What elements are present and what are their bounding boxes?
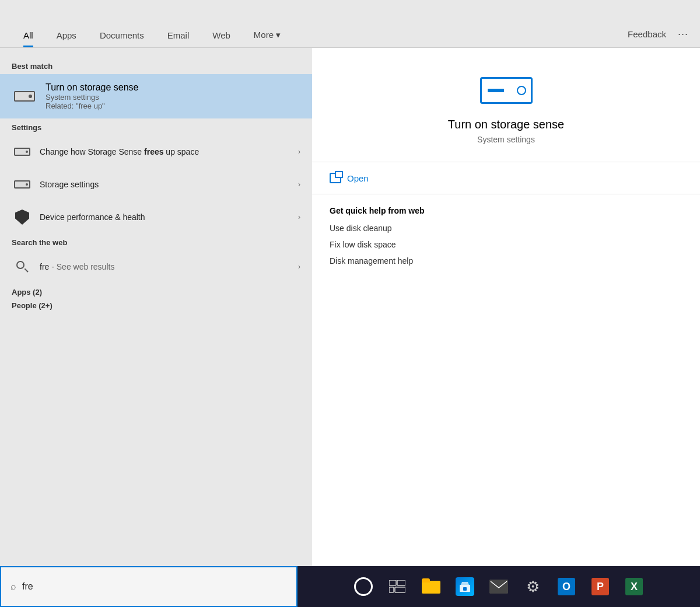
taskbar-file-explorer[interactable]	[417, 573, 445, 601]
storage-icon-large	[480, 77, 533, 104]
nav-right: Feedback ···	[628, 28, 688, 47]
chevron-right-icon-4: ›	[298, 263, 300, 271]
see-web-results: - See web results	[49, 262, 114, 271]
taskbar-task-view[interactable]	[383, 573, 411, 601]
settings-item-text-change: Change how Storage Sense frees up space	[40, 147, 293, 156]
best-match-subtitle: System settings	[46, 93, 139, 102]
taskbar-store[interactable]	[451, 573, 479, 601]
svg-rect-3	[395, 587, 405, 592]
open-label: Open	[347, 173, 369, 183]
outlook-icon: O	[558, 578, 575, 595]
help-title: Get quick help from web	[330, 206, 682, 215]
folder-icon	[422, 578, 440, 595]
feedback-button[interactable]: Feedback	[628, 29, 666, 39]
web-search-text: fre - See web results	[40, 262, 293, 271]
svg-rect-0	[389, 580, 396, 585]
windows-circle-icon	[354, 577, 373, 596]
taskbar-outlook[interactable]: O	[552, 573, 580, 601]
shield-icon	[12, 207, 33, 228]
tab-web[interactable]: Web	[201, 25, 242, 47]
mail-icon	[489, 580, 508, 594]
gear-icon: ⚙	[526, 578, 540, 596]
help-link-low-disk[interactable]: Fix low disk space	[330, 240, 682, 249]
drive-icon-storage	[12, 174, 33, 195]
more-options-button[interactable]: ···	[678, 28, 688, 40]
settings-item-device-perf[interactable]: Device performance & health ›	[0, 201, 312, 233]
taskbar-search-icon: ⌕	[10, 581, 16, 592]
task-view-icon	[389, 580, 405, 593]
best-match-text: Turn on storage sense System settings Re…	[46, 82, 139, 110]
top-navigation: All Apps Documents Email Web More ▾ Feed…	[0, 0, 700, 48]
svg-rect-1	[397, 580, 405, 585]
taskbar-search-box[interactable]: ⌕	[0, 566, 298, 607]
taskbar-start-button[interactable]	[349, 573, 377, 601]
main-content: Best match Turn on storage sense System …	[0, 48, 700, 566]
powerpoint-icon: P	[592, 578, 609, 595]
taskbar-mail[interactable]	[485, 573, 513, 601]
tab-documents[interactable]: Documents	[88, 25, 156, 47]
drive-icon-change	[12, 141, 33, 162]
left-panel: Best match Turn on storage sense System …	[0, 48, 312, 566]
svg-rect-6	[489, 580, 508, 594]
taskbar-icons: ⚙ O P X	[298, 573, 700, 601]
right-panel: Turn on storage sense System settings Op…	[312, 48, 700, 566]
settings-section-label: Settings	[0, 118, 312, 135]
drive-icon-small	[14, 91, 35, 102]
taskbar-settings[interactable]: ⚙	[519, 573, 547, 601]
chevron-right-icon-2: ›	[298, 180, 300, 189]
tab-email[interactable]: Email	[156, 25, 201, 47]
chevron-right-icon-3: ›	[298, 213, 300, 221]
help-link-disk-mgmt[interactable]: Disk management help	[330, 256, 682, 266]
svg-rect-2	[389, 587, 394, 592]
settings-item-text-device: Device performance & health	[40, 212, 293, 222]
settings-item-change-storage[interactable]: Change how Storage Sense frees up space …	[0, 135, 312, 168]
right-title: Turn on storage sense	[448, 118, 564, 131]
taskbar: ⌕	[0, 566, 700, 607]
settings-item-text-storage: Storage settings	[40, 180, 293, 189]
store-icon	[456, 577, 474, 596]
people-count: People (2+)	[0, 299, 312, 312]
excel-icon: X	[625, 578, 643, 595]
help-link-disk-cleanup[interactable]: Use disk cleanup	[330, 224, 682, 233]
tab-apps[interactable]: Apps	[45, 25, 88, 47]
chevron-right-icon: ›	[298, 148, 300, 156]
best-match-item[interactable]: Turn on storage sense System settings Re…	[0, 74, 312, 118]
taskbar-powerpoint[interactable]: P	[586, 573, 614, 601]
settings-item-storage[interactable]: Storage settings ›	[0, 168, 312, 201]
web-search-label: Search the web	[0, 233, 312, 250]
svg-rect-5	[463, 587, 467, 591]
open-button[interactable]: Open	[312, 162, 700, 194]
search-web-icon	[12, 256, 33, 277]
best-match-label: Best match	[0, 57, 312, 74]
best-match-title: Turn on storage sense	[46, 82, 139, 93]
best-match-related: Related: "free up"	[46, 102, 139, 110]
nav-tabs: All Apps Documents Email Web More ▾	[12, 24, 628, 47]
web-search-item[interactable]: fre - See web results ›	[0, 250, 312, 283]
help-section: Get quick help from web Use disk cleanup…	[312, 194, 700, 566]
taskbar-excel[interactable]: X	[620, 573, 648, 601]
tab-more[interactable]: More ▾	[242, 24, 292, 47]
tab-all[interactable]: All	[12, 25, 45, 47]
storage-sense-icon	[12, 83, 37, 109]
right-subtitle: System settings	[477, 135, 535, 144]
search-query: fre	[40, 262, 49, 271]
right-detail-top: Turn on storage sense System settings	[312, 48, 700, 162]
taskbar-search-input[interactable]	[22, 581, 287, 592]
open-window-icon	[330, 173, 341, 183]
apps-count: Apps (2)	[0, 283, 312, 299]
